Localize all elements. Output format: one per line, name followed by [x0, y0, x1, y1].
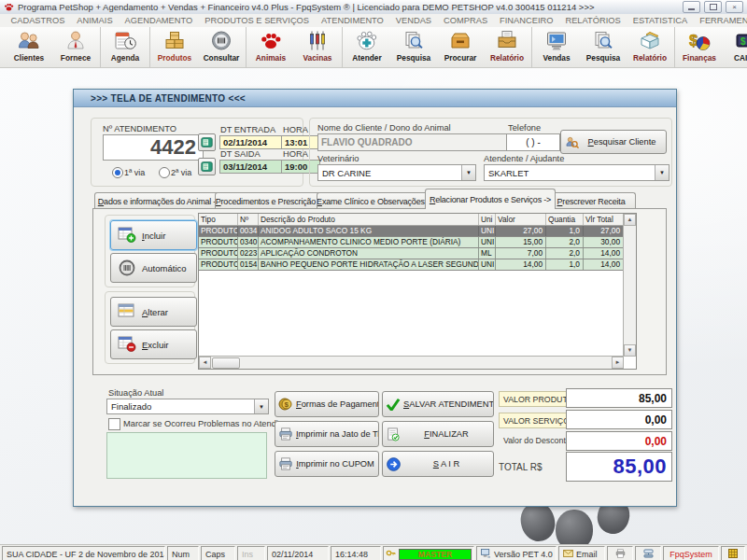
report-tray-icon: [495, 29, 519, 53]
scroll-left-icon[interactable]: ◄: [199, 357, 211, 369]
group-alterar: Alterar Excluir: [105, 291, 195, 364]
tab-dados-animal[interactable]: Dados e informações do Animal ->: [94, 192, 224, 209]
toolbar-button-clientes[interactable]: Clientes: [6, 27, 52, 67]
menu-estatistica[interactable]: ESTATISTICA: [627, 16, 694, 25]
search-person-icon: [561, 135, 582, 149]
total-field[interactable]: 85,00: [566, 452, 672, 482]
dt-entrada-field[interactable]: 02/11/2014: [219, 135, 285, 149]
tab-relacionar-produtos[interactable]: Relacionar Produtos e Serviços ->: [425, 189, 556, 209]
toolbar-button-animais[interactable]: Animais: [247, 27, 294, 67]
menu-vendas[interactable]: VENDAS: [389, 16, 437, 25]
toolbar-button-pesquisa-vendas[interactable]: Pesquisa: [580, 27, 627, 67]
numero-atendimento-label: Nº ATENDIMENTO: [103, 124, 176, 133]
status-email[interactable]: Email: [558, 546, 605, 560]
toolbar-button-atender[interactable]: Atender: [344, 27, 390, 67]
produtos-table-header: Tipo Nº Descrição do Produto Uni Valor Q…: [199, 214, 624, 226]
table-row[interactable]: PRODUTO0340 ACOMPANHAMENTO CLINICO MEDIO…: [199, 237, 624, 248]
desconto-field[interactable]: 0,00: [566, 431, 672, 451]
table-vertical-scrollbar[interactable]: ▲ ▼: [623, 214, 636, 357]
menu-financeiro[interactable]: FINANCEIRO: [494, 16, 559, 25]
telefone-field[interactable]: ( ) -: [506, 133, 560, 151]
table-horizontal-scrollbar[interactable]: ◄ ►: [199, 356, 624, 369]
produtos-table: Tipo Nº Descrição do Produto Uni Valor Q…: [198, 213, 637, 370]
menu-cadastros[interactable]: CADASTROS: [5, 16, 71, 25]
pesquisar-cliente-button[interactable]: Pesquisar Cliente: [560, 130, 667, 154]
tab-prescrever-receita[interactable]: Prescrever Receita: [546, 192, 636, 209]
scrollbar-thumb[interactable]: [212, 357, 240, 369]
scroll-down-icon[interactable]: ▼: [624, 344, 636, 357]
excluir-button[interactable]: Excluir: [110, 329, 197, 359]
problemas-checkbox[interactable]: [108, 418, 120, 430]
incluir-button[interactable]: Incluir: [110, 220, 197, 250]
toolbar-button-vacinas[interactable]: Vacinas: [294, 27, 341, 67]
menu-produtos-servicos[interactable]: PRODUTOS E SERVIÇOS: [199, 16, 316, 25]
statusbar: SUA CIDADE - UF 2 de Novembro de 2014 - …: [0, 544, 747, 560]
toolbar-button-financas[interactable]: $ Finanças: [676, 27, 723, 67]
sair-button[interactable]: S A I R: [382, 451, 494, 477]
via1-radio[interactable]: [112, 167, 123, 178]
toolbar-button-caixa[interactable]: $ CAIXA: [723, 27, 747, 67]
tab-exame-clinico[interactable]: Exame Clínico e Observações ->: [317, 192, 434, 209]
menu-animais[interactable]: ANIMAIS: [71, 16, 119, 25]
alterar-button[interactable]: Alterar: [110, 297, 197, 327]
calendar-entrada-button[interactable]: [198, 133, 216, 151]
toolbar-button-procurar[interactable]: Procurar: [437, 27, 484, 67]
toolbar-button-pesquisa-atend[interactable]: Pesquisa: [390, 27, 437, 67]
search-docs-icon: [591, 29, 615, 53]
toolbar-button-relatorio-vendas[interactable]: Relatório: [627, 27, 673, 67]
automatico-button[interactable]: Automático: [110, 253, 197, 283]
toolbar-button-relatorio-atend[interactable]: Relatório: [484, 27, 530, 67]
toolbar-button-vendas[interactable]: Vendas: [533, 27, 580, 67]
toolbar-button-consultar[interactable]: Consultar: [198, 27, 245, 67]
table-row[interactable]: PRODUTO0223 APLICAÇÃO CONDROTONML 7,002,…: [199, 248, 624, 259]
toolbar-button-fornece[interactable]: Fornece: [52, 27, 99, 67]
atendente-select[interactable]: SKARLET ▼: [484, 164, 669, 181]
table-row[interactable]: PRODUTO0154 BANHO PEQUENO PORTE HIDRATAÇ…: [199, 259, 624, 271]
tab-procedimentos[interactable]: Procedimentos e Prescrição ->: [215, 192, 326, 209]
products-icon: [162, 29, 187, 53]
imprimir-cupom-button[interactable]: Imprimir no CUPOM: [275, 451, 379, 477]
blue-arrow-icon: [383, 457, 403, 471]
finalizar-button[interactable]: FINALIZAR: [382, 421, 494, 447]
scroll-up-icon[interactable]: ▲: [624, 214, 636, 226]
status-network[interactable]: [635, 546, 661, 560]
close-button[interactable]: ×: [726, 1, 743, 13]
toolbar-button-produtos[interactable]: Produtos: [151, 27, 198, 67]
minimize-button[interactable]: [683, 1, 700, 13]
computer-icon: [481, 549, 491, 560]
formas-pagamento-button[interactable]: $ Formas de Pagamento: [275, 391, 379, 417]
calendar-saida-button[interactable]: [198, 158, 216, 175]
situacao-select[interactable]: Finalizado ▼: [106, 399, 269, 414]
group-cliente: Nome do Cliente / Dono do Animal FLAVIO …: [309, 118, 672, 187]
imprimir-jato-button[interactable]: Imprimir na Jato de Tinta: [275, 421, 379, 447]
toolbar-button-agenda[interactable]: Agenda: [102, 27, 148, 67]
status-printer[interactable]: [607, 546, 633, 560]
status-date: 02/11/2014: [267, 546, 329, 560]
valor-servicos-field[interactable]: 0,00: [566, 410, 672, 429]
cliente-nome-field[interactable]: FLAVIO QUADRADO: [317, 133, 508, 151]
titlebar: Programa PetShop + Agendamento + Vendas …: [0, 0, 747, 15]
veterinario-select[interactable]: DR CARINE ▼: [317, 164, 476, 181]
scroll-right-icon[interactable]: ►: [612, 357, 624, 369]
network-icon: [643, 549, 654, 560]
restore-button[interactable]: [704, 1, 722, 13]
dt-entrada-label: DT ENTRADA: [220, 125, 275, 134]
dt-saida-field[interactable]: 03/11/2014: [219, 160, 285, 174]
check-icon: [383, 398, 403, 411]
menu-agendamento[interactable]: AGENDAMENTO: [119, 16, 199, 25]
valor-produtos-field[interactable]: 85,00: [566, 388, 672, 408]
clients-icon: [17, 29, 41, 53]
atendimento-window-titlebar: >>> TELA DE ATENDIMENTO <<<: [74, 90, 676, 107]
toolbar: Clientes Fornece Agenda Produtos Consult…: [0, 27, 747, 68]
chevron-down-icon: ▼: [254, 399, 268, 413]
via2-radio[interactable]: [159, 167, 170, 178]
cat-paw-image: [556, 510, 593, 544]
menu-ferramentas[interactable]: FERRAMENTAS: [694, 16, 747, 25]
menu-relatorios[interactable]: RELATÓRIOS: [559, 16, 627, 25]
menu-compras[interactable]: COMPRAS: [438, 16, 494, 25]
observacoes-textarea[interactable]: [106, 432, 267, 479]
salvar-atendimento-button[interactable]: SALVAR ATENDIMENTO: [382, 391, 494, 417]
table-row[interactable]: PRODUTO0034 ANIDOG ADULTO SACO 15 KGUNI …: [199, 226, 624, 237]
numero-atendimento-field[interactable]: 4422: [103, 134, 204, 161]
menu-atendimento[interactable]: ATENDIMENTO: [316, 16, 390, 25]
